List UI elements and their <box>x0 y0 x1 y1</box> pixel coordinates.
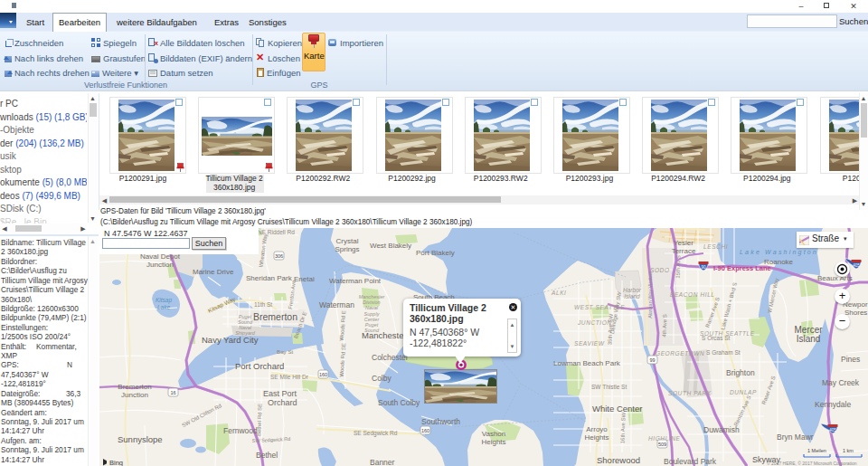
svg-text:Junction: Junction <box>121 391 148 399</box>
svg-text:11th St: 11th St <box>254 301 272 308</box>
svg-text:16: 16 <box>170 390 175 395</box>
svg-text:Crystal: Crystal <box>336 237 359 245</box>
svg-text:Junction: Junction <box>146 261 174 269</box>
svg-text:SE Mile Hill Dr: SE Mile Hill Dr <box>270 374 309 380</box>
svg-text:SOUTH PARK: SOUTH PARK <box>668 390 712 396</box>
svg-text:Division: Division <box>363 300 380 305</box>
svg-text:SODO: SODO <box>650 267 670 273</box>
svg-text:405: 405 <box>829 428 836 433</box>
svg-text:Harbor: Harbor <box>623 287 642 293</box>
svg-text:Sound: Sound <box>364 328 380 333</box>
svg-text:4th Ave S: 4th Ave S <box>662 314 668 338</box>
svg-text:99: 99 <box>649 357 655 363</box>
svg-text:Waterman Point: Waterman Point <box>329 277 382 285</box>
svg-text:Fernwood: Fernwood <box>223 426 258 435</box>
svg-text:Bethel: Bethel <box>256 451 278 460</box>
svg-text:405: 405 <box>853 263 860 268</box>
svg-text:Lake Washington: Lake Washington <box>740 249 818 256</box>
svg-text:Bremerton: Bremerton <box>118 383 151 391</box>
svg-text:Navy Yard City: Navy Yard City <box>202 335 259 345</box>
svg-text:White Center: White Center <box>592 404 642 414</box>
svg-text:Kennydale: Kennydale <box>815 400 851 409</box>
svg-text:Orchard: Orchard <box>268 398 297 407</box>
svg-text:South Colby: South Colby <box>378 398 420 407</box>
svg-text:Island: Island <box>624 293 640 300</box>
svg-text:509: 509 <box>658 442 666 447</box>
svg-text:Enetai: Enetai <box>294 275 315 283</box>
svg-text:Lowman Beach Park: Lowman Beach Park <box>553 359 621 367</box>
svg-text:Heights: Heights <box>584 433 609 442</box>
svg-text:Bing: Bing <box>109 459 123 466</box>
svg-text:Sunnyslope: Sunnyslope <box>118 434 163 444</box>
svg-text:JUNCTION: JUNCTION <box>577 319 612 326</box>
svg-text:90: 90 <box>701 265 706 270</box>
svg-text:Kitsap: Kitsap <box>156 297 172 304</box>
svg-text:Sheridan Park: Sheridan Park <box>246 274 293 282</box>
svg-text:Vashon: Vashon <box>482 430 506 438</box>
svg-text:Colby: Colby <box>372 374 392 383</box>
svg-text:Bay St: Bay St <box>277 348 294 355</box>
svg-text:Terrace: Terrace <box>672 247 696 255</box>
svg-text:ALKI: ALKI <box>551 290 567 296</box>
svg-text:East Port: East Port <box>263 389 297 398</box>
svg-text:16th Ave SW: 16th Ave SW <box>619 412 626 443</box>
svg-text:Duwamish: Duwamish <box>703 425 740 434</box>
svg-text:West Blakely: West Blakely <box>370 242 411 250</box>
svg-text:Heights: Heights <box>481 438 505 446</box>
svg-text:Yesler: Yesler <box>674 239 693 247</box>
svg-text:© 2017 HERE, © 2017 Microsoft: © 2017 HERE, © 2017 Microsoft Corporatio… <box>767 461 857 466</box>
svg-text:Alaskan Way Viaduct: Alaskan Way Viaduct <box>647 271 653 319</box>
svg-text:Brighton: Brighton <box>726 368 755 377</box>
svg-text:Shipyard: Shipyard <box>235 330 256 336</box>
svg-text:SW Thistle St: SW Thistle St <box>591 384 627 390</box>
svg-text:Waterman: Waterman <box>319 300 354 309</box>
svg-text:Springs: Springs <box>335 245 359 253</box>
svg-text:I-90 Express Lane: I-90 Express Lane <box>713 264 771 272</box>
svg-text:1 km: 1 km <box>843 448 854 453</box>
svg-text:1 Meilen: 1 Meilen <box>807 448 826 453</box>
svg-text:GEORGETOWN: GEORGETOWN <box>656 350 704 357</box>
svg-text:Arroyo: Arroyo <box>586 425 608 433</box>
svg-text:S Orcas St: S Orcas St <box>702 335 731 341</box>
svg-text:306: 306 <box>275 253 283 259</box>
svg-text:May Creek: May Creek <box>822 378 860 387</box>
svg-text:160: 160 <box>421 428 429 433</box>
svg-text:Marine Drive: Marine Drive <box>193 268 234 276</box>
svg-text:Island: Island <box>797 334 821 344</box>
svg-text:SEAVIEW: SEAVIEW <box>574 340 605 347</box>
svg-text:160: 160 <box>319 372 327 377</box>
svg-text:SE Sedgwick Rd: SE Sedgwick Rd <box>354 430 398 437</box>
svg-text:Supply: Supply <box>364 311 381 317</box>
svg-text:Center: Center <box>364 317 381 322</box>
svg-text:Bremerton: Bremerton <box>253 311 297 322</box>
svg-text:Puget: Puget <box>365 322 379 328</box>
svg-text:Boulevard Park: Boulevard Park <box>664 457 717 466</box>
svg-text:BEACON HILL: BEACON HILL <box>670 291 715 298</box>
svg-text:Port Blakely: Port Blakely <box>416 249 455 257</box>
svg-text:LESCHI: LESCHI <box>703 243 728 250</box>
svg-text:Naval: Naval <box>365 305 379 310</box>
svg-text:DUNLAP: DUNLAP <box>730 389 757 395</box>
svg-text:Port Orchard: Port Orchard <box>235 361 284 371</box>
svg-text:Banner: Banner <box>370 458 395 466</box>
svg-text:S Graham St: S Graham St <box>706 349 741 356</box>
svg-text:15th Av S: 15th Av S <box>675 255 682 279</box>
svg-text:Bethel Rd SE: Bethel Rd SE <box>256 404 262 436</box>
svg-text:Shores: Shores <box>844 309 867 317</box>
svg-text:Manchester: Manchester <box>359 294 386 300</box>
svg-text:Shorewood: Shorewood <box>597 455 640 465</box>
svg-text:Lake: Lake <box>157 304 170 310</box>
svg-text:Pines: Pines <box>841 355 860 364</box>
svg-text:Southworth: Southworth <box>421 417 460 426</box>
svg-text:Bryn Mawr: Bryn Mawr <box>777 433 814 442</box>
